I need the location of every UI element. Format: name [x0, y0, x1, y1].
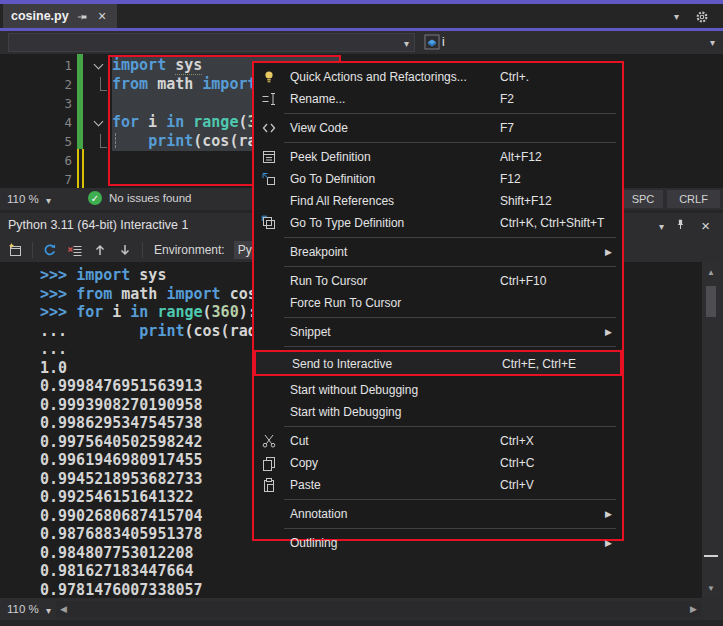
interactive-line: 0.9961946980917455	[40, 451, 203, 470]
menu-item-outlining[interactable]: Outlining▶	[254, 532, 622, 554]
code-token: 0.9876883405951378	[40, 525, 203, 543]
horizontal-scrollbar[interactable]: ◀ ▶	[56, 601, 701, 617]
scroll-up-icon[interactable]: ▲	[702, 268, 720, 277]
pin-icon[interactable]	[76, 10, 89, 23]
navigation-bar: ▾ i ▾	[0, 31, 723, 54]
code-token: 0.9993908270190958	[40, 396, 203, 414]
lightbulb-icon	[261, 69, 277, 85]
cut-icon	[261, 433, 277, 449]
interactive-line: 0.9781476007338057	[40, 581, 203, 599]
interactive-zoom-level[interactable]: 110 %	[7, 603, 39, 615]
code-token: 0.9961946980917455	[40, 451, 203, 469]
navigation-dropdown[interactable]: ▾	[8, 33, 415, 52]
editor-zoom-level[interactable]: 110 %	[7, 193, 39, 205]
interactive-line: 0.9993908270190958	[40, 396, 203, 415]
menu-item-label: Force Run To Cursor	[290, 296, 401, 310]
toolbar-options-chevron-icon[interactable]: ▾	[710, 38, 715, 48]
interactive-line: 1.0	[40, 359, 67, 378]
interactive-window-button[interactable]: i	[424, 34, 445, 50]
menu-item-quick-actions-and-refactorings[interactable]: Quick Actions and Refactorings...Ctrl+.	[254, 66, 622, 88]
interactive-line: 0.992546151641322	[40, 488, 194, 507]
menu-item-send-to-interactive[interactable]: Send to InteractiveCtrl+E, Ctrl+E	[254, 350, 622, 376]
code-token: 0.9902680687415704	[40, 507, 203, 525]
fold-chevron-icon[interactable]	[94, 117, 104, 127]
menu-item-annotation[interactable]: Annotation▶	[254, 503, 622, 525]
zoom-chevron-icon[interactable]: ▾	[46, 196, 51, 206]
scrollbar-thumb[interactable]	[706, 286, 716, 317]
environment-label: Environment:	[154, 243, 225, 257]
code-health-indicator[interactable]: ✓ No issues found	[88, 191, 191, 205]
line-number: 4	[0, 113, 72, 132]
menu-item-go-to-type-definition[interactable]: Go To Type DefinitionCtrl+K, Ctrl+Shift+…	[254, 212, 622, 234]
window-position-chevron-icon[interactable]: ▾	[659, 222, 664, 232]
code-token: range	[157, 303, 202, 321]
menu-item-breakpoint[interactable]: Breakpoint▶	[254, 241, 622, 263]
history-previous-icon[interactable]	[92, 242, 108, 258]
fold-chevron-icon[interactable]	[94, 60, 104, 70]
clear-screen-icon[interactable]	[67, 242, 83, 258]
code-token: math	[112, 285, 166, 303]
menu-item-copy[interactable]: CopyCtrl+C	[254, 452, 622, 474]
toolbar-separator	[32, 242, 33, 258]
reset-interactive-icon[interactable]	[42, 242, 58, 258]
scroll-right-icon[interactable]: ▶	[690, 604, 697, 614]
menu-item-label: Annotation	[290, 507, 347, 521]
space-indent-indicator[interactable]: SPC	[623, 190, 663, 208]
code-token: 360	[212, 303, 239, 321]
gear-icon[interactable]	[695, 10, 709, 24]
menu-item-peek-definition[interactable]: Peek DefinitionAlt+F12	[254, 146, 622, 168]
context-menu-items: Quick Actions and Refactorings...Ctrl+.R…	[254, 66, 622, 554]
tab-cosine-py[interactable]: cosine.py ×	[3, 4, 117, 28]
menu-item-label: Send to Interactive	[292, 357, 392, 371]
history-next-icon[interactable]	[117, 242, 133, 258]
scroll-down-icon[interactable]: ▼	[702, 584, 720, 593]
gotype-icon	[261, 215, 277, 231]
menu-item-view-code[interactable]: View CodeF7	[254, 117, 622, 139]
line-ending-indicator[interactable]: CRLF	[667, 190, 720, 208]
line-number: 2	[0, 75, 72, 94]
submenu-arrow-icon: ▶	[605, 509, 612, 519]
menu-separator	[284, 237, 616, 238]
menu-separator	[284, 499, 616, 500]
menu-item-force-run-to-cursor[interactable]: Force Run To Cursor	[254, 292, 622, 314]
menu-item-rename[interactable]: Rename...F2	[254, 88, 622, 110]
document-tab-strip: cosine.py × ▾	[0, 4, 723, 28]
python-interactive-icon	[424, 34, 440, 50]
close-icon[interactable]: ×	[701, 217, 710, 234]
menu-item-find-all-references[interactable]: Find All ReferencesShift+F12	[254, 190, 622, 212]
menu-item-run-to-cursor[interactable]: Run To CursorCtrl+F10	[254, 270, 622, 292]
menu-item-snippet[interactable]: Snippet▶	[254, 321, 622, 343]
menu-item-paste[interactable]: PasteCtrl+V	[254, 474, 622, 496]
menu-item-label: Peek Definition	[290, 150, 371, 164]
code-token: 0.9998476951563913	[40, 377, 203, 395]
scroll-left-icon[interactable]: ◀	[60, 604, 67, 614]
line-number: 5	[0, 132, 72, 151]
code-token: sys	[130, 266, 166, 284]
interactive-line: 0.9876883405951378	[40, 525, 203, 544]
interactive-line: 0.9945218953682733	[40, 470, 203, 489]
menu-item-go-to-definition[interactable]: Go To DefinitionF12	[254, 168, 622, 190]
menu-item-label: Run To Cursor	[290, 274, 367, 288]
menu-item-label: Go To Definition	[290, 172, 375, 186]
tab-list-chevron-icon[interactable]: ▾	[674, 12, 679, 22]
health-message: No issues found	[109, 192, 191, 204]
menu-separator	[284, 426, 616, 427]
code-token: in	[130, 303, 148, 321]
new-interactive-window-icon[interactable]	[7, 242, 23, 258]
menu-item-label: Quick Actions and Refactorings...	[290, 70, 467, 84]
vertical-scrollbar[interactable]: ▲ ▼	[702, 262, 720, 598]
menu-item-shortcut: Ctrl+.	[500, 70, 529, 84]
menu-item-start-with-debugging[interactable]: Start with Debugging	[254, 401, 622, 423]
code-token: 0.984807753012208	[40, 544, 194, 562]
close-icon[interactable]: ×	[96, 10, 109, 23]
menu-item-cut[interactable]: CutCtrl+X	[254, 430, 622, 452]
interactive-line: >>> import sys	[40, 266, 166, 285]
menu-item-label: Outlining	[290, 536, 337, 550]
zoom-chevron-icon[interactable]: ▾	[46, 606, 51, 616]
code-token: 0.9986295347545738	[40, 414, 203, 432]
interactive-line: ...	[40, 340, 67, 359]
menu-item-start-without-debugging[interactable]: Start without Debugging	[254, 379, 622, 401]
pin-icon[interactable]	[674, 218, 687, 231]
code-token: for	[76, 303, 103, 321]
viewcode-icon	[261, 120, 277, 136]
